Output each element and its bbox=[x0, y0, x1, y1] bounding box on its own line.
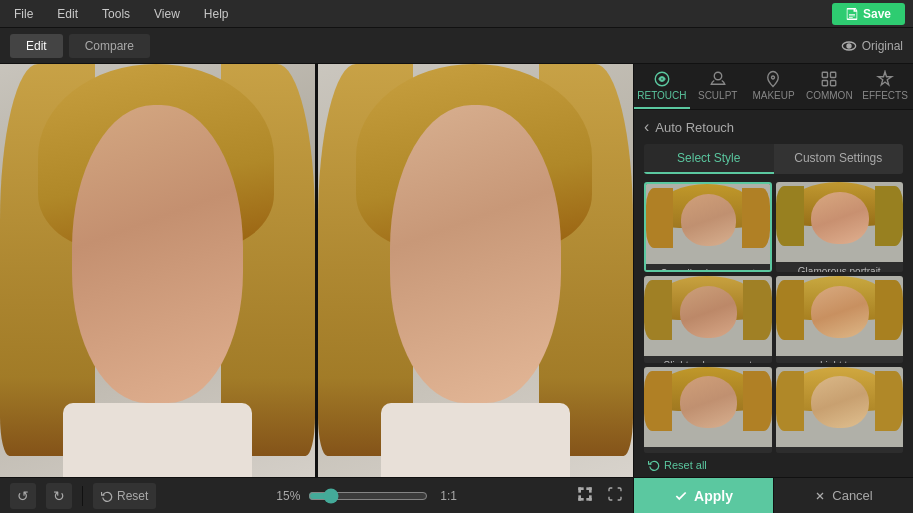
reset-label: Reset bbox=[117, 489, 148, 503]
back-arrow-icon: ‹ bbox=[644, 118, 649, 136]
sculpt-icon bbox=[709, 70, 727, 88]
reset-icon bbox=[101, 490, 113, 502]
original-eye-button[interactable]: Original bbox=[841, 38, 903, 54]
before-image bbox=[0, 64, 315, 477]
compare-tab[interactable]: Compare bbox=[69, 34, 150, 58]
svg-rect-1 bbox=[849, 15, 855, 16]
style-card-6[interactable] bbox=[776, 367, 904, 453]
tab-retouch[interactable]: RETOUCH bbox=[634, 64, 690, 109]
toolbar: Edit Compare Original bbox=[0, 28, 913, 64]
svg-point-15 bbox=[714, 72, 722, 80]
fit-button[interactable] bbox=[577, 486, 593, 505]
style-label-5 bbox=[644, 447, 772, 453]
effects-icon bbox=[876, 70, 894, 88]
tab-common[interactable]: COMMON bbox=[801, 64, 857, 109]
style-label-overall: Overall enhancement bbox=[646, 264, 770, 272]
save-button[interactable]: Save bbox=[832, 3, 905, 25]
svg-rect-12 bbox=[590, 496, 591, 500]
style-img-light-tan bbox=[776, 276, 904, 356]
zoom-value: 15% bbox=[276, 489, 300, 503]
canvas-area: Before bbox=[0, 64, 633, 513]
reset-button[interactable]: Reset bbox=[93, 483, 156, 509]
panel-tabs: RETOUCH SCULPT MAKEUP COMMON EFFECTS bbox=[634, 64, 913, 110]
style-card-overall[interactable]: Overall enhancement bbox=[644, 182, 772, 272]
style-img-6 bbox=[776, 367, 904, 447]
style-label-6 bbox=[776, 447, 904, 453]
menu-bar: File Edit Tools View Help Save bbox=[0, 0, 913, 28]
edit-tab[interactable]: Edit bbox=[10, 34, 63, 58]
style-card-light-tan[interactable]: Light tan bbox=[776, 276, 904, 362]
svg-point-16 bbox=[772, 76, 775, 79]
menu-view[interactable]: View bbox=[148, 5, 186, 23]
tab-effects-label: EFFECTS bbox=[862, 90, 908, 101]
svg-point-13 bbox=[655, 72, 669, 86]
fullscreen-button[interactable] bbox=[607, 486, 623, 505]
style-label-light-tan: Light tan bbox=[776, 356, 904, 362]
reset-all-label: Reset all bbox=[664, 459, 707, 471]
custom-settings-tab[interactable]: Custom Settings bbox=[774, 144, 904, 174]
svg-rect-18 bbox=[831, 72, 836, 77]
back-row[interactable]: ‹ Auto Retouch bbox=[634, 110, 913, 144]
undo-button[interactable]: ↺ bbox=[10, 483, 36, 509]
tab-sculpt[interactable]: SCULPT bbox=[690, 64, 746, 109]
tab-makeup[interactable]: MAKEUP bbox=[746, 64, 802, 109]
tab-makeup-label: MAKEUP bbox=[752, 90, 794, 101]
cancel-x-icon bbox=[814, 490, 826, 502]
style-label-glamorous: Glamorous portrait bbox=[776, 262, 904, 272]
makeup-icon bbox=[764, 70, 782, 88]
apply-label: Apply bbox=[694, 488, 733, 504]
style-card-5[interactable] bbox=[644, 367, 772, 453]
before-panel: Before bbox=[0, 64, 315, 477]
fit-icon bbox=[577, 486, 593, 502]
svg-rect-19 bbox=[823, 81, 828, 86]
bottom-bar: ↺ ↻ Reset 15% 1:1 bbox=[0, 477, 633, 513]
svg-rect-0 bbox=[849, 14, 855, 15]
panel-content: ‹ Auto Retouch Select Style Custom Setti… bbox=[634, 110, 913, 477]
tab-sculpt-label: SCULPT bbox=[698, 90, 737, 101]
svg-point-4 bbox=[847, 44, 851, 48]
style-img-overall bbox=[646, 184, 770, 264]
apply-button[interactable]: Apply bbox=[634, 478, 773, 513]
style-img-glamorous bbox=[776, 182, 904, 262]
back-label: Auto Retouch bbox=[655, 120, 734, 135]
style-label-slight: Slight enhancement bbox=[644, 356, 772, 362]
image-area: Before bbox=[0, 64, 633, 477]
menu-help[interactable]: Help bbox=[198, 5, 235, 23]
right-panel: RETOUCH SCULPT MAKEUP COMMON EFFECTS bbox=[633, 64, 913, 513]
style-img-5 bbox=[644, 367, 772, 447]
apply-check-icon bbox=[674, 489, 688, 503]
after-panel: After bbox=[318, 64, 633, 477]
select-style-tab[interactable]: Select Style bbox=[644, 144, 774, 174]
svg-rect-20 bbox=[831, 81, 836, 86]
svg-point-14 bbox=[660, 78, 663, 81]
menu-edit[interactable]: Edit bbox=[51, 5, 84, 23]
menu-tools[interactable]: Tools bbox=[96, 5, 136, 23]
menu-file[interactable]: File bbox=[8, 5, 39, 23]
tab-effects[interactable]: EFFECTS bbox=[857, 64, 913, 109]
reset-all[interactable]: Reset all bbox=[634, 453, 913, 477]
svg-rect-8 bbox=[590, 488, 591, 492]
style-card-glamorous[interactable]: Glamorous portrait bbox=[776, 182, 904, 272]
after-image bbox=[318, 64, 633, 477]
redo-button[interactable]: ↻ bbox=[46, 483, 72, 509]
zoom-area: 15% 1:1 bbox=[166, 488, 567, 504]
style-tabs: Select Style Custom Settings bbox=[644, 144, 903, 174]
style-grid: Overall enhancement Glamorous portrait bbox=[634, 182, 913, 453]
svg-rect-6 bbox=[579, 488, 580, 492]
svg-rect-17 bbox=[823, 72, 828, 77]
retouch-icon bbox=[653, 70, 671, 88]
reset-all-icon bbox=[648, 459, 660, 471]
bottom-divider1 bbox=[82, 486, 83, 506]
fullscreen-icon bbox=[607, 486, 623, 502]
cancel-label: Cancel bbox=[832, 488, 872, 503]
svg-rect-2 bbox=[849, 17, 853, 18]
zoom-slider[interactable] bbox=[308, 488, 428, 504]
main-layout: Before bbox=[0, 64, 913, 513]
eye-icon bbox=[841, 38, 857, 54]
tab-retouch-label: RETOUCH bbox=[637, 90, 686, 101]
style-img-slight bbox=[644, 276, 772, 356]
style-card-slight[interactable]: Slight enhancement bbox=[644, 276, 772, 362]
ratio-label: 1:1 bbox=[440, 489, 457, 503]
tab-common-label: COMMON bbox=[806, 90, 853, 101]
cancel-button[interactable]: Cancel bbox=[773, 478, 913, 513]
